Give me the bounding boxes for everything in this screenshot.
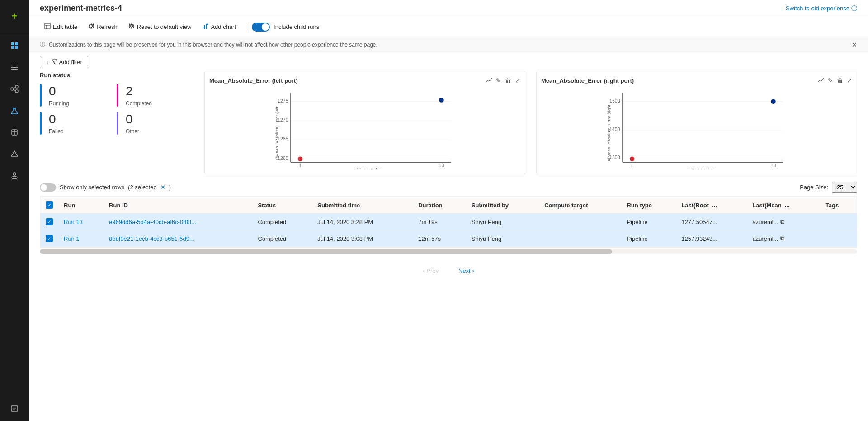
prev-chevron-icon: ‹ — [423, 267, 425, 274]
chart-right-header: Mean_Absolute_Error (right port) ✎ 🗑 ⤢ — [541, 77, 852, 84]
sidebar-item-notebooks[interactable] — [5, 399, 24, 417]
sidebar-item-pipelines[interactable] — [5, 80, 24, 98]
failed-label: Failed — [49, 128, 64, 135]
row1-run-id-link[interactable]: e969dd6a-5d4a-40cb-af6c-0f83... — [109, 219, 196, 225]
prev-button[interactable]: ‹ Prev — [416, 265, 445, 277]
chart-left-svg: 1275 1270 1265 1260 1 1 — [209, 88, 520, 169]
chart-right-icons: ✎ 🗑 ⤢ — [818, 77, 852, 84]
chart-right-trend-icon[interactable] — [818, 77, 824, 84]
row2-checkbox[interactable]: ✓ — [46, 235, 53, 242]
completed-bar — [117, 84, 118, 107]
chart-right-expand-icon[interactable]: ⤢ — [847, 77, 852, 84]
horizontal-scrollbar[interactable] — [40, 249, 857, 254]
chart-left-delete-icon[interactable]: 🗑 — [505, 77, 511, 84]
row2-tags — [820, 230, 857, 247]
refresh-button[interactable]: Refresh — [84, 21, 122, 33]
row1-run-link[interactable]: Run 13 — [64, 219, 83, 225]
chart-left-trend-icon[interactable] — [486, 77, 492, 84]
row1-copy-icon[interactable]: ⧉ — [780, 218, 784, 225]
row2-compute-target — [539, 230, 621, 247]
col-run-id: Run ID — [104, 197, 252, 214]
svg-point-8 — [15, 85, 18, 88]
info-bar-close-icon[interactable]: ✕ — [852, 41, 857, 48]
svg-text:13: 13 — [771, 163, 776, 168]
failed-info: 0 Failed — [49, 112, 64, 135]
status-failed-row: 0 Failed — [40, 112, 117, 135]
row1-run-id: e969dd6a-5d4a-40cb-af6c-0f83... — [104, 214, 252, 230]
col-last-root: Last(Root_... — [676, 197, 747, 214]
refresh-label: Refresh — [97, 23, 118, 30]
svg-rect-2 — [11, 46, 14, 49]
completed-info: 2 Completed — [126, 84, 152, 107]
show-selected-toggle[interactable] — [40, 183, 56, 192]
chart-left-expand-icon[interactable]: ⤢ — [515, 77, 520, 84]
include-child-runs-toggle[interactable] — [252, 23, 270, 32]
close-badge-icon[interactable]: ✕ — [160, 184, 165, 191]
reset-button[interactable]: Reset to default view — [124, 21, 196, 33]
row2-submitted-time: Jul 14, 2020 3:08 PM — [312, 230, 413, 247]
row1-checkbox[interactable]: ✓ — [46, 218, 53, 225]
col-compute-target: Compute target — [539, 197, 621, 214]
sidebar-item-experiments[interactable] — [5, 102, 24, 120]
sidebar-item-endpoints[interactable] — [5, 145, 24, 163]
col-tags: Tags — [820, 197, 857, 214]
row2-run-link[interactable]: Run 1 — [64, 235, 80, 242]
switch-to-old-link[interactable]: Switch to old experience ⓘ — [786, 5, 857, 13]
scroll-thumb — [40, 249, 612, 254]
svg-text:1: 1 — [631, 163, 633, 168]
toolbar: Edit table Refresh Reset to default view… — [29, 17, 868, 37]
filter-bar: + Add filter — [29, 52, 868, 72]
sidebar-add-section: + — [0, 0, 29, 33]
chart-left-edit-icon[interactable]: ✎ — [496, 77, 501, 84]
select-all-checkbox[interactable]: ✓ — [46, 201, 53, 209]
edit-table-button[interactable]: Edit table — [40, 21, 82, 33]
row1-run: Run 13 — [58, 214, 104, 230]
next-button[interactable]: Next › — [452, 265, 481, 277]
row1-azureml-tag: azureml... — [752, 219, 778, 225]
row1-compute-target — [539, 214, 621, 230]
include-child-runs-toggle-container: Include child runs — [252, 23, 319, 32]
chart-right-delete-icon[interactable]: 🗑 — [837, 77, 843, 84]
row2-tag-copy: azureml... ⧉ — [752, 235, 814, 242]
svg-rect-3 — [15, 46, 18, 49]
add-icon[interactable]: + — [5, 7, 24, 25]
row2-status: Completed — [252, 230, 312, 247]
table-body: ✓ Run 13 e969dd6a-5d4a-40cb-af6c-0f83...… — [40, 214, 857, 247]
prev-label: Prev — [426, 267, 439, 274]
sidebar-item-models[interactable] — [5, 123, 24, 141]
sidebar-item-data[interactable] — [5, 167, 24, 185]
info-bar-icon: ⓘ — [40, 41, 45, 48]
chart-left-title: Mean_Absolute_Error (left port) — [209, 77, 298, 84]
svg-point-17 — [13, 173, 16, 175]
failed-count: 0 — [49, 112, 64, 126]
status-running-row: 0 Running — [40, 84, 117, 107]
row2-run-id-link[interactable]: 0ebf9e21-1ecb-4cc3-b651-5d9... — [109, 235, 194, 242]
sidebar-item-jobs[interactable] — [5, 58, 24, 76]
info-bar-content: ⓘ Customizations to this page will be pr… — [40, 41, 377, 48]
col-status: Status — [252, 197, 312, 214]
svg-text:x(Mean_Absolute_Error (left ..: x(Mean_Absolute_Error (left ... — [274, 102, 279, 161]
running-label: Running — [49, 100, 69, 107]
add-filter-label: Add filter — [59, 59, 82, 65]
status-other-row: 0 Other — [117, 112, 193, 135]
info-bar: ⓘ Customizations to this page will be pr… — [29, 37, 868, 52]
page-header: experiment-metrics-4 Switch to old exper… — [29, 0, 868, 17]
filter-icon — [52, 59, 57, 65]
svg-point-57 — [630, 156, 635, 161]
row1-tags — [820, 214, 857, 230]
row2-submitted-by: Shiyu Peng — [466, 230, 539, 247]
show-selected-label: Show only selected rows — [60, 184, 124, 191]
row2-copy-icon[interactable]: ⧉ — [780, 235, 784, 242]
add-filter-button[interactable]: + Add filter — [40, 56, 88, 68]
sidebar-item-home[interactable] — [5, 37, 24, 55]
table-row: ✓ Run 1 0ebf9e21-1ecb-4cc3-b651-5d9... C… — [40, 230, 857, 247]
table-header-row: ✓ Run Run ID Status Submitted time Durat… — [40, 197, 857, 214]
svg-rect-4 — [11, 65, 18, 65]
add-chart-button[interactable]: Add chart — [198, 21, 241, 33]
row1-run-type: Pipeline — [621, 214, 676, 230]
svg-rect-27 — [204, 25, 205, 29]
chart-right-edit-icon[interactable]: ✎ — [828, 77, 833, 84]
row1-submitted-by: Shiyu Peng — [466, 214, 539, 230]
other-info: 0 Other — [126, 112, 139, 135]
page-size-select[interactable]: 25 10 50 100 — [832, 182, 857, 193]
